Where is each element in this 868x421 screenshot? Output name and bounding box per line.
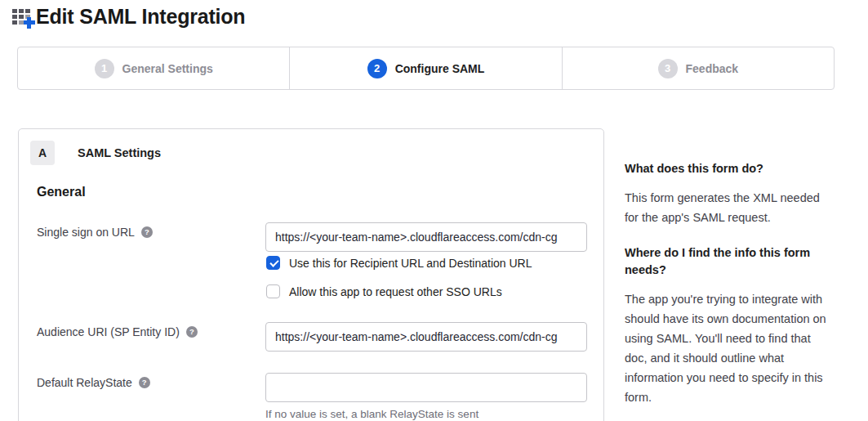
section-header: A SAML Settings <box>30 141 161 165</box>
step-number-badge: 2 <box>367 59 387 78</box>
page-header: Edit SAML Integration <box>12 5 245 29</box>
default-relaystate-input[interactable] <box>265 373 587 402</box>
other-sso-urls-checkbox-label: Allow this app to request other SSO URLs <box>289 285 502 298</box>
recipient-url-checkbox-row[interactable]: Use this for Recipient URL and Destinati… <box>266 256 532 270</box>
help-icon[interactable]: ? <box>141 226 153 238</box>
help-icon[interactable]: ? <box>186 326 198 338</box>
audience-uri-label: Audience URI (SP Entity ID) ? <box>37 325 198 338</box>
step-number-badge: 1 <box>95 59 114 78</box>
step-configure-saml[interactable]: 2 Configure SAML <box>289 47 561 89</box>
sso-url-label-text: Single sign on URL <box>37 226 135 239</box>
section-letter-badge: A <box>30 141 55 165</box>
other-sso-urls-checkbox-row[interactable]: Allow this app to request other SSO URLs <box>266 284 502 298</box>
relaystate-helper-text: If no value is set, a blank RelayState i… <box>265 408 479 420</box>
general-group-heading: General <box>37 185 86 199</box>
sso-url-input[interactable] <box>265 222 587 252</box>
wizard-stepper: 1 General Settings 2 Configure SAML 3 Fe… <box>17 47 835 90</box>
saml-settings-panel: A SAML Settings General Single sign on U… <box>18 128 604 421</box>
step-label: Feedback <box>686 62 739 75</box>
sidebar-answer-1: This form generates the XML needed for t… <box>625 188 830 227</box>
add-application-grid-plus-icon <box>12 7 33 29</box>
audience-uri-label-text: Audience URI (SP Entity ID) <box>37 325 180 338</box>
sidebar-answer-2: The app you're trying to integrate with … <box>625 289 830 407</box>
page-title: Edit SAML Integration <box>36 5 245 29</box>
help-sidebar: What does this form do? This form genera… <box>625 160 830 421</box>
help-icon[interactable]: ? <box>139 377 150 388</box>
step-label: General Settings <box>122 62 213 75</box>
step-general-settings[interactable]: 1 General Settings <box>18 47 289 89</box>
checkbox-checked-icon[interactable] <box>266 256 280 270</box>
page: Edit SAML Integration 1 General Settings… <box>0 0 868 421</box>
sidebar-question-1: What does this form do? <box>625 160 830 177</box>
step-number-badge: 3 <box>658 59 678 78</box>
recipient-url-checkbox-label: Use this for Recipient URL and Destinati… <box>289 257 532 270</box>
default-relaystate-label: Default RelayState ? <box>37 376 150 389</box>
default-relaystate-label-text: Default RelayState <box>37 376 132 389</box>
audience-uri-input[interactable] <box>265 322 587 352</box>
sso-url-label: Single sign on URL ? <box>37 226 153 239</box>
step-label: Configure SAML <box>395 62 485 75</box>
sidebar-question-2: Where do I find the info this form needs… <box>625 244 830 279</box>
section-title: SAML Settings <box>78 146 161 159</box>
checkbox-unchecked-icon[interactable] <box>266 284 280 298</box>
step-feedback[interactable]: 3 Feedback <box>562 47 834 89</box>
